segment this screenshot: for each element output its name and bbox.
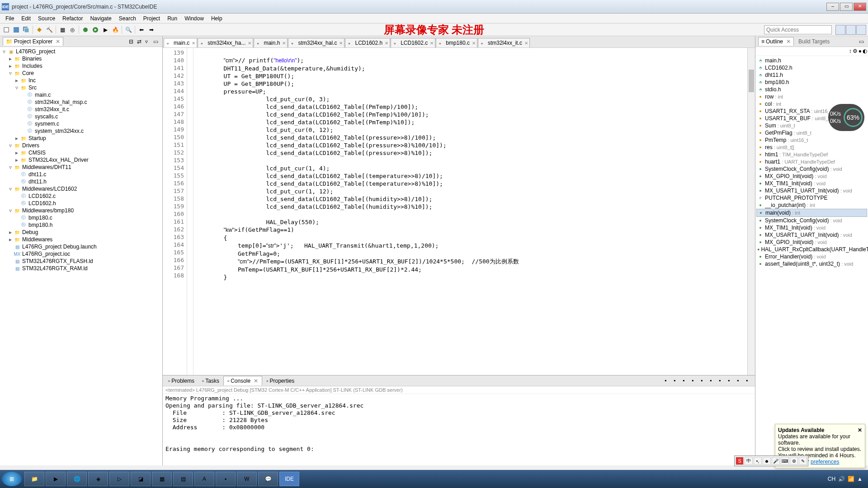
ime-toolbar[interactable]: S 中 •, ☻ 🎤 ⌨ ⚙ ✎: [734, 455, 808, 466]
taskbar-terminal[interactable]: ▪: [216, 472, 236, 486]
editor-tab[interactable]: ▫stm32l4xx_it.c✕: [478, 38, 530, 47]
folding-ruler[interactable]: [187, 48, 193, 375]
hide-fields-icon[interactable]: ●: [859, 48, 862, 55]
outline-item[interactable]: ●SystemClock_Config(void) : void: [756, 165, 867, 173]
perspective-cpp[interactable]: [835, 25, 845, 35]
remove-all-icon[interactable]: ▪: [683, 377, 690, 385]
outline-item[interactable]: ●MX_TIM1_Init(void) : void: [756, 224, 867, 231]
forward-icon[interactable]: ➡: [147, 25, 156, 34]
taskbar-app3[interactable]: ◪: [131, 472, 151, 486]
tree-node[interactable]: ▤L476RG_project Debug.launch: [1, 243, 161, 250]
outline-tab[interactable]: ≡ Outline ✕: [758, 37, 794, 46]
menu-run[interactable]: Run: [164, 14, 181, 23]
outline-item[interactable]: ●SystemClock_Config(void) : void: [756, 217, 867, 224]
outline-item[interactable]: #PUTCHAR_PROTOTYPE: [756, 194, 867, 202]
close-tab-icon[interactable]: ✕: [282, 41, 286, 46]
tree-toggle-icon[interactable]: ▿: [7, 207, 14, 214]
tree-node[interactable]: ⓒstm32l4xx_it.c: [1, 106, 161, 113]
tree-node[interactable]: ⓗLCD1602.h: [1, 200, 161, 207]
editor-tab[interactable]: ▫stm32l4xx_ha...✕: [198, 38, 253, 47]
editor-tab[interactable]: ▫stm32l4xx_hal.c✕: [288, 38, 344, 47]
saveall-icon[interactable]: [22, 25, 31, 34]
outline-item[interactable]: ●huart1 : UART_HandleTypeDef: [756, 158, 867, 165]
taskbar-app2[interactable]: ▷: [109, 472, 129, 486]
menu-window[interactable]: Window: [181, 14, 208, 23]
tree-node[interactable]: ▿📁Drivers: [1, 142, 161, 149]
editor-tab[interactable]: ▫LCD1602.c✕: [391, 38, 435, 47]
ime-settings-icon[interactable]: ⚙: [790, 457, 798, 465]
close-tab-icon[interactable]: ✕: [192, 41, 195, 46]
editor-tab[interactable]: ▫bmp180.c✕: [436, 38, 477, 47]
quick-access-input[interactable]: [764, 25, 832, 34]
tree-node[interactable]: ⓒsysmem.c: [1, 120, 161, 127]
minimize-view-icon[interactable]: ▭: [153, 38, 160, 45]
bottom-tab-console[interactable]: ▫Console✕: [223, 376, 262, 385]
menu-project[interactable]: Project: [140, 14, 164, 23]
tree-node[interactable]: ⓒsyscalls.c: [1, 113, 161, 120]
tree-node[interactable]: ▸📁Binaries: [1, 55, 161, 62]
tree-node[interactable]: ▸📁Startup: [1, 135, 161, 142]
chip-icon[interactable]: ▦: [58, 25, 67, 34]
tree-node[interactable]: ⓒstm32l4xx_hal_msp.c: [1, 99, 161, 106]
tree-toggle-icon[interactable]: ▸: [14, 77, 20, 84]
editor-body[interactable]: 139 140 141 142 143 144 145 146 147 148 …: [163, 48, 755, 375]
link-editor-icon[interactable]: ⇄: [137, 38, 143, 45]
tree-toggle-icon[interactable]: ▸: [7, 236, 14, 243]
tree-node[interactable]: ▸📁Includes: [1, 62, 161, 70]
filter-icon[interactable]: ⚙: [853, 48, 858, 55]
outline-item[interactable]: ●HAL_UART_RxCpltCallback(UART_HandleType…: [756, 246, 867, 253]
hide-static-icon[interactable]: ◐: [863, 48, 867, 55]
taskbar-wechat[interactable]: 💬: [258, 472, 278, 486]
coverage-icon[interactable]: ▶: [101, 25, 110, 34]
taskbar-ide[interactable]: IDE: [279, 472, 299, 486]
target-icon[interactable]: ◎: [68, 25, 77, 34]
tree-node[interactable]: ▸📁Middlewares: [1, 236, 161, 243]
menu-search[interactable]: Search: [115, 14, 140, 23]
tree-node[interactable]: ▸📁CMSIS: [1, 149, 161, 156]
project-tree[interactable]: ▿▣L476RG_project▸📁Binaries▸📁Includes▿📁Co…: [0, 47, 162, 465]
system-tray[interactable]: CH 🔊 📶 ▲: [828, 476, 866, 482]
terminate-icon[interactable]: ▪: [665, 377, 672, 385]
tree-node[interactable]: ▸📁Inc: [1, 77, 161, 84]
outline-item[interactable]: ⬘LCD1602.h: [756, 64, 867, 71]
tree-toggle-icon[interactable]: ▿: [7, 164, 14, 170]
view-menu-icon[interactable]: ▿: [145, 38, 151, 45]
tree-node[interactable]: ⓒdht11.c: [1, 171, 161, 178]
display-icon[interactable]: ▪: [719, 377, 726, 385]
close-tab-icon[interactable]: ✕: [524, 41, 528, 46]
close-icon[interactable]: ✕: [254, 378, 258, 384]
tree-node[interactable]: ▿📁Middlewares/bmp180: [1, 207, 161, 214]
profile-icon[interactable]: 🔥: [111, 25, 120, 34]
perspective-debug[interactable]: [846, 25, 856, 35]
tree-node[interactable]: ▿📁Core: [1, 70, 161, 77]
collapse-all-icon[interactable]: ⊟: [129, 38, 135, 45]
menu-refactor[interactable]: Refactor: [59, 14, 86, 23]
windows-taskbar[interactable]: ⊞ 📁 ▶ 🌐 ◈ ▷ ◪ ▦ ▤ A ▪ W 💬 IDE CH 🔊 📶 ▲: [0, 470, 868, 488]
tree-toggle-icon[interactable]: ▸: [14, 135, 20, 141]
ime-cn-icon[interactable]: 中: [745, 457, 753, 465]
ime-mic-icon[interactable]: 🎤: [772, 457, 780, 465]
tree-node[interactable]: ▿📁Middlewares/LCD1602: [1, 185, 161, 192]
outline-item[interactable]: ●MX_USART1_UART_Init(void) : void: [756, 231, 867, 239]
editor-tab[interactable]: ▫main.c✕: [164, 38, 197, 47]
clear-console-icon[interactable]: ▪: [692, 377, 699, 385]
outline-item[interactable]: ●PmTemp : uint16_t: [756, 136, 867, 144]
new-icon[interactable]: [2, 25, 11, 34]
minimize-button[interactable]: –: [826, 3, 839, 11]
taskbar-app4[interactable]: ▦: [152, 472, 172, 486]
outline-item[interactable]: ●MX_TIM1_Init(void) : void: [756, 180, 867, 187]
remove-launch-icon[interactable]: ▪: [674, 377, 681, 385]
perspective-mx[interactable]: [856, 25, 866, 35]
tree-node[interactable]: ⓒLCD1602.c: [1, 192, 161, 200]
outline-item[interactable]: ⬘dht11.h: [756, 71, 867, 79]
outline-item[interactable]: ●__io_putchar(int) : int: [756, 202, 867, 209]
menu-help[interactable]: Help: [208, 14, 226, 23]
ime-tool-icon[interactable]: ✎: [799, 457, 807, 465]
taskbar-app5[interactable]: ▤: [173, 472, 193, 486]
ime-logo-icon[interactable]: S: [736, 457, 744, 465]
open-console-icon[interactable]: ▪: [728, 377, 735, 385]
tree-toggle-icon[interactable]: ▸: [7, 63, 14, 69]
taskbar-app6[interactable]: A: [194, 472, 214, 486]
run-icon[interactable]: [91, 25, 100, 34]
scroll-lock-icon[interactable]: ▪: [701, 377, 708, 385]
